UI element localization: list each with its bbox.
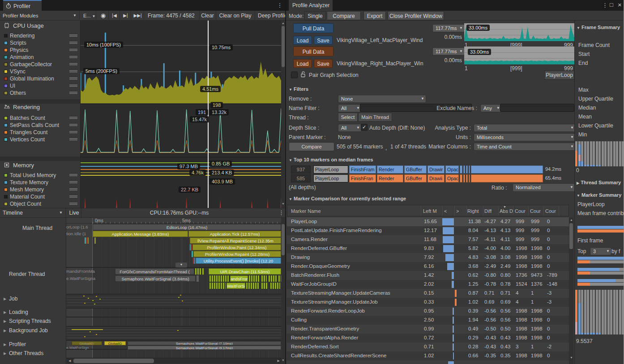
remove-dropdown[interactable]: None▼: [338, 95, 426, 103]
timeline-span[interactable]: EditorLoop (16.47ms): [93, 224, 281, 230]
save-left-button[interactable]: Save: [314, 36, 333, 45]
timeline-span[interactable]: Application.Tick (12.57ms): [188, 231, 281, 237]
timeline-span[interactable]: [269, 275, 278, 282]
module-item-animation[interactable]: Animation: [0, 54, 80, 61]
table-row[interactable]: Render.TransparentGeometry0.990.49-0.500…: [287, 325, 569, 334]
column-header[interactable]: Left M: [423, 208, 437, 214]
mode-single-button[interactable]: Single: [304, 11, 326, 20]
timeline-span[interactable]: [191, 244, 192, 250]
timeline-menu-button[interactable]: ⋮: [278, 209, 284, 216]
table-scrollbar[interactable]: ▲ ▼: [569, 217, 573, 364]
timeline-span[interactable]: [261, 275, 267, 282]
scroll-down-icon[interactable]: ▼: [570, 356, 573, 359]
timeline-span[interactable]: GlobalID:: [72, 341, 102, 345]
ratio-dropdown[interactable]: Normalized▼: [513, 183, 575, 192]
timeline-span[interactable]: Application.Message (3.83ms): [93, 231, 188, 237]
top10-segment[interactable]: Render: [377, 174, 403, 182]
table-row[interactable]: TextureStreamingManager.UpdateJob0.331.0…: [287, 298, 569, 307]
deep-profile-button[interactable]: Deep Profile: [255, 11, 285, 21]
column-header[interactable]: <: [444, 208, 447, 214]
export-button[interactable]: Export: [363, 11, 386, 20]
timeline-span[interactable]: andsFrom: [230, 275, 248, 282]
clear-button[interactable]: Clear: [199, 11, 215, 21]
thread-select-button[interactable]: Select: [338, 113, 358, 122]
drag-handle-icon[interactable]: [69, 55, 77, 59]
thread-row-scripting-threads[interactable]: ▶Scripting Threads: [0, 318, 66, 325]
last-frame-button[interactable]: ▶▶|: [132, 11, 144, 21]
dataset-right-max-dropdown[interactable]: 117.77ms▼: [432, 47, 465, 55]
table-row[interactable]: PostLateUpdate.FinishFrameRendering12.17…: [287, 226, 569, 235]
timeline-span[interactable]: Semaphore.WaitForSignal (9.17ms): [128, 346, 281, 350]
timeline-span[interactable]: orLoop (1.6: [66, 224, 92, 230]
timeline-span[interactable]: [270, 283, 280, 289]
table-row[interactable]: Culling2.501.94-0.560.56199819980: [287, 316, 569, 325]
foldout-icon[interactable]: ▶: [4, 351, 6, 356]
table-row[interactable]: RenderDeferred.Sort0.710.28-0.430.4331-2: [287, 343, 569, 351]
top10-frame-number[interactable]: 937: [291, 165, 311, 174]
load-right-button[interactable]: Load: [293, 59, 312, 68]
timeline-span[interactable]: llView.RepaintAll.RepaintScene (12.35m: [190, 237, 281, 244]
table-row[interactable]: RenderForward.RenderLoopJob0.950.39-0.56…: [287, 307, 569, 316]
timeline-span[interactable]: [249, 275, 260, 282]
table-row[interactable]: CullResults.CreateSharedRendererScene1.0…: [287, 351, 569, 360]
timeline-view-dropdown[interactable]: Timeline ▼: [0, 208, 66, 218]
table-row[interactable]: [287, 360, 569, 364]
timeline-span[interactable]: e.WaitForSign: [66, 346, 111, 350]
timeline-vscroll-thumb[interactable]: [282, 224, 285, 255]
top-n-dropdown[interactable]: 3▼: [590, 247, 611, 255]
module-item-others[interactable]: Others: [0, 89, 80, 97]
column-divider[interactable]: [498, 206, 499, 216]
module-item-scripts[interactable]: Scripts: [0, 39, 80, 47]
frame-graph-left[interactable]: 33.00ms: [464, 23, 574, 41]
module-item-physics[interactable]: Physics: [0, 47, 80, 54]
cpu-chart[interactable]: [81, 21, 281, 103]
drag-handle-icon[interactable]: [69, 41, 77, 44]
drag-handle-icon[interactable]: [69, 70, 77, 73]
timeline-vscrollbar[interactable]: ▼: [281, 218, 285, 364]
analyzer-menu-button[interactable]: ⋮: [602, 2, 607, 9]
prev-frame-button[interactable]: |◀: [109, 11, 120, 21]
drag-handle-icon[interactable]: [69, 77, 77, 80]
table-row[interactable]: PlayerLoop15.6511.38-4.274.279999990: [287, 217, 569, 226]
column-header[interactable]: Cour: [515, 208, 526, 214]
column-header[interactable]: Abs D: [500, 208, 513, 214]
chart-scrollbar[interactable]: ▲ ▼: [281, 21, 285, 208]
scroll-up-icon[interactable]: ▲: [570, 218, 573, 221]
thread-row-loading[interactable]: ▶Loading: [0, 309, 66, 316]
timeline-span[interactable]: Semaphore.WaitForSignal (3.84ms): [115, 275, 196, 282]
column-divider[interactable]: [483, 206, 483, 216]
timeline-span[interactable]: [192, 251, 193, 257]
save-right-button[interactable]: Save: [314, 59, 333, 68]
column-header[interactable]: Cour: [545, 208, 556, 214]
compare-button[interactable]: Compare: [289, 142, 334, 151]
frame-summary-header[interactable]: ▼ Frame Summary: [577, 25, 620, 30]
table-row[interactable]: Camera.Render11.687.57-4.114.119999990: [287, 235, 569, 244]
top10-segment[interactable]: [460, 165, 462, 174]
module-item-global-illumination[interactable]: Global Illumination: [0, 75, 80, 82]
profiler-menu-button[interactable]: ⋮: [277, 2, 283, 9]
frame-graph-right[interactable]: 33.00ms: [464, 47, 574, 64]
drag-handle-icon[interactable]: [69, 181, 77, 184]
module-item-texture-memory[interactable]: Texture Memory: [0, 179, 80, 186]
top10-segment[interactable]: [471, 174, 543, 182]
top10-segment[interactable]: [463, 165, 465, 174]
thread-row-profiler[interactable]: ▶Profiler: [0, 341, 66, 348]
table-row[interactable]: WaitForJobGroupID2.021.25-0.780.78152413…: [287, 280, 569, 289]
filters-header[interactable]: ▼ Filters: [289, 86, 308, 92]
thread-row-main-thread[interactable]: Main Thread: [0, 225, 66, 232]
collapse-threads-button[interactable]: ▼: [175, 262, 187, 267]
drag-handle-icon[interactable]: [69, 202, 77, 205]
scroll-down-icon[interactable]: ▼: [282, 359, 285, 362]
timeline-span[interactable]: [200, 268, 201, 275]
thread-row-job[interactable]: ▶Job: [0, 296, 66, 303]
timeline-span[interactable]: ForGfxCommandsFromMainThread (: [115, 268, 194, 275]
units-dropdown[interactable]: Milliseconds▼: [474, 133, 576, 141]
depth-slice-dropdown[interactable]: All▼: [338, 124, 362, 132]
top10-segment[interactable]: Drawir: [427, 165, 444, 174]
column-divider[interactable]: [442, 206, 443, 216]
tab-profiler[interactable]: Profiler: [3, 0, 42, 11]
module-item-setpass-calls-count[interactable]: SetPass Calls Count: [0, 122, 80, 129]
module-item-batches-count[interactable]: Batches Count: [0, 114, 80, 122]
top10-segment[interactable]: FinishFram: [349, 165, 376, 174]
timeline-span[interactable]: [193, 258, 194, 264]
